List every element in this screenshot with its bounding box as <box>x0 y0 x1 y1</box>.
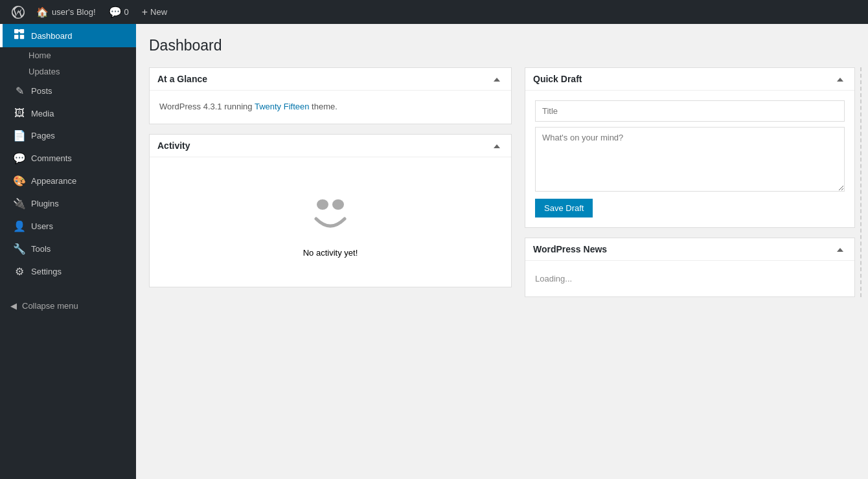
collapse-up-icon <box>494 78 500 82</box>
sidebar-item-pages[interactable]: 📄 Pages <box>0 124 136 147</box>
tools-icon: 🔧 <box>13 243 26 255</box>
settings-icon: ⚙ <box>13 265 26 278</box>
users-label: Users <box>31 221 53 231</box>
glance-suffix: theme. <box>309 102 337 111</box>
smiley-face-icon <box>304 186 356 238</box>
dashboard-columns: At a Glance WordPress 4.3.1 running Twen… <box>149 67 855 297</box>
wp-logo-button[interactable] <box>6 0 30 24</box>
sidebar-item-settings[interactable]: ⚙ Settings <box>0 260 136 283</box>
wp-wrap: Dashboard Home Updates ✎ Posts 🖼 Media 📄… <box>0 24 868 479</box>
activity-body: No activity yet! <box>150 157 511 287</box>
sidebar-item-appearance[interactable]: 🎨 Appearance <box>0 170 136 192</box>
wordpress-news-toggle[interactable] <box>834 243 847 255</box>
svg-rect-4 <box>14 35 18 39</box>
comments-count: 0 <box>124 7 129 17</box>
admin-bar: 🏠 user's Blog! 💬 0 + New <box>0 0 868 24</box>
svg-point-6 <box>317 199 328 210</box>
quick-draft-toggle[interactable] <box>834 73 847 85</box>
sidebar: Dashboard Home Updates ✎ Posts 🖼 Media 📄… <box>0 24 136 479</box>
quick-draft-widget: Quick Draft Save Draft <box>525 67 855 228</box>
quick-draft-collapse-icon <box>837 78 843 82</box>
page-title: Dashboard <box>149 37 855 54</box>
at-a-glance-toggle[interactable] <box>490 73 503 85</box>
collapse-label: Collapse menu <box>22 301 78 311</box>
at-a-glance-title: At a Glance <box>157 74 207 84</box>
settings-label: Settings <box>31 267 62 276</box>
glance-text: WordPress 4.3.1 running Twenty Fifteen t… <box>159 100 501 114</box>
svg-rect-5 <box>20 35 24 39</box>
new-label: New <box>150 7 167 17</box>
pages-label: Pages <box>31 131 55 140</box>
dashboard-icon <box>13 29 26 42</box>
media-label: Media <box>31 109 54 118</box>
main-content: Dashboard At a Glance WordPress 4.3.1 ru… <box>136 24 868 479</box>
at-a-glance-widget: At a Glance WordPress 4.3.1 running Twen… <box>149 67 512 124</box>
dashed-border <box>860 67 862 297</box>
appearance-label: Appearance <box>31 176 76 186</box>
tools-label: Tools <box>31 244 51 254</box>
pages-icon: 📄 <box>13 129 26 142</box>
activity-header: Activity <box>150 135 511 157</box>
svg-point-7 <box>332 199 344 210</box>
wordpress-icon <box>12 6 25 19</box>
quick-draft-title: Quick Draft <box>533 74 582 84</box>
quick-draft-body: Save Draft <box>525 91 854 227</box>
collapse-icon: ◀ <box>10 301 17 311</box>
theme-link[interactable]: Twenty Fifteen <box>255 102 310 111</box>
users-icon: 👤 <box>13 220 26 232</box>
draft-body-input[interactable] <box>535 127 845 192</box>
sidebar-item-home[interactable]: Home <box>0 47 136 63</box>
activity-title: Activity <box>157 140 190 151</box>
draft-title-input[interactable] <box>535 100 845 122</box>
sidebar-item-media[interactable]: 🖼 Media <box>0 102 136 124</box>
quick-draft-header: Quick Draft <box>525 68 854 91</box>
plus-icon: + <box>142 6 148 18</box>
plugins-label: Plugins <box>31 199 59 208</box>
sidebar-item-users[interactable]: 👤 Users <box>0 215 136 238</box>
dashboard-label: Dashboard <box>31 31 73 41</box>
at-a-glance-body: WordPress 4.3.1 running Twenty Fifteen t… <box>150 91 511 124</box>
media-icon: 🖼 <box>13 107 26 119</box>
site-name-button[interactable]: 🏠 user's Blog! <box>30 0 102 24</box>
right-column: Quick Draft Save Draft WordPress News <box>525 67 855 297</box>
save-draft-button[interactable]: Save Draft <box>535 199 593 217</box>
svg-rect-3 <box>20 29 24 33</box>
posts-label: Posts <box>31 86 52 96</box>
new-content-button[interactable]: + New <box>135 0 174 24</box>
glance-prefix: WordPress 4.3.1 running <box>159 102 255 111</box>
news-loading-text: Loading... <box>535 271 845 287</box>
wordpress-news-body: Loading... <box>525 261 854 296</box>
posts-icon: ✎ <box>13 85 26 97</box>
sidebar-item-comments[interactable]: 💬 Comments <box>0 147 136 170</box>
activity-collapse-icon <box>494 144 500 148</box>
activity-toggle[interactable] <box>490 140 503 151</box>
no-activity-text: No activity yet! <box>303 248 358 258</box>
plugins-icon: 🔌 <box>13 197 26 210</box>
home-icon: 🏠 <box>36 6 49 18</box>
sidebar-item-plugins[interactable]: 🔌 Plugins <box>0 192 136 215</box>
activity-widget: Activity <box>149 134 512 287</box>
comments-button[interactable]: 💬 0 <box>102 0 135 24</box>
wordpress-news-title: WordPress News <box>533 244 607 254</box>
news-collapse-icon <box>837 248 843 252</box>
sidebar-item-dashboard[interactable]: Dashboard <box>0 24 136 47</box>
activity-empty-state: No activity yet! <box>159 167 501 277</box>
sidebar-item-posts[interactable]: ✎ Posts <box>0 80 136 102</box>
svg-rect-2 <box>14 29 18 33</box>
collapse-menu-button[interactable]: ◀ Collapse menu <box>0 296 136 316</box>
appearance-icon: 🎨 <box>13 175 26 187</box>
sidebar-item-updates[interactable]: Updates <box>0 63 136 80</box>
wordpress-news-header: WordPress News <box>525 238 854 261</box>
at-a-glance-header: At a Glance <box>150 68 511 91</box>
comments-nav-icon: 💬 <box>13 152 26 164</box>
sidebar-item-tools[interactable]: 🔧 Tools <box>0 238 136 260</box>
comment-icon: 💬 <box>109 6 122 18</box>
site-name-label: user's Blog! <box>52 7 96 17</box>
left-column: At a Glance WordPress 4.3.1 running Twen… <box>149 67 512 287</box>
wordpress-news-widget: WordPress News Loading... <box>525 238 855 297</box>
comments-nav-label: Comments <box>31 153 72 163</box>
